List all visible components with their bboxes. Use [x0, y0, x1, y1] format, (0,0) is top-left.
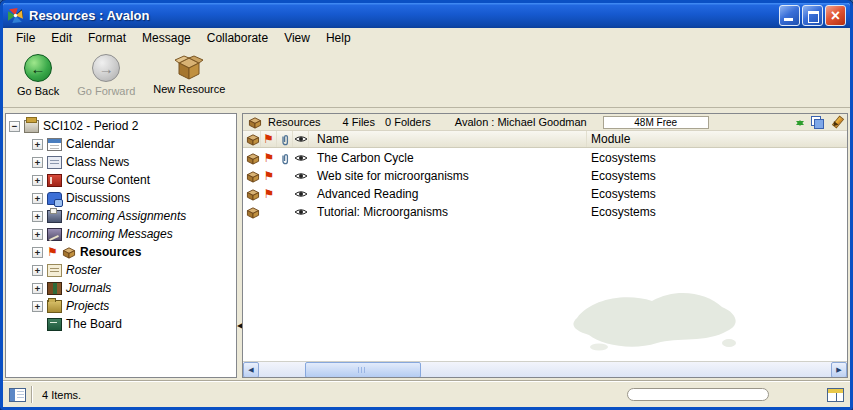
expand-icon[interactable] — [32, 247, 43, 258]
tree-item-label: Journals — [66, 281, 111, 295]
tree-root-course[interactable]: SCI102 - Period 2 — [6, 117, 236, 135]
resource-box-icon — [62, 246, 76, 259]
restore-button[interactable] — [802, 5, 823, 26]
resource-box-icon — [248, 116, 262, 129]
resource-module: Ecosystems — [587, 167, 847, 185]
resource-box-icon — [246, 152, 260, 165]
tree-item-projects[interactable]: Projects — [6, 297, 236, 315]
eye-icon — [294, 153, 308, 163]
expand-icon[interactable] — [32, 229, 43, 240]
tree-item-incoming-assignments[interactable]: Incoming Assignments — [6, 207, 236, 225]
calendar-icon — [47, 138, 62, 151]
edit-pencil-icon[interactable] — [830, 116, 842, 129]
expand-icon[interactable] — [32, 175, 43, 186]
resource-row[interactable]: The Carbon Cycle Ecosystems — [243, 149, 847, 167]
horizontal-scrollbar[interactable] — [243, 361, 847, 377]
eye-icon — [294, 189, 308, 199]
statusbar-divider — [31, 386, 33, 403]
expand-icon[interactable] — [32, 193, 43, 204]
resource-row[interactable]: Tutorial: Microorganisms Ecosystems — [243, 203, 847, 221]
menu-help[interactable]: Help — [318, 29, 359, 47]
go-back-button[interactable]: Go Back — [11, 52, 65, 99]
resource-row[interactable]: Web site for microorganisms Ecosystems — [243, 167, 847, 185]
tree-item-discussions[interactable]: Discussions — [6, 189, 236, 207]
column-module[interactable]: Module — [587, 131, 847, 147]
item-count: 4 Items. — [42, 389, 81, 401]
tree-item-calendar[interactable]: Calendar — [6, 135, 236, 153]
menu-message[interactable]: Message — [134, 29, 199, 47]
board-icon — [47, 318, 62, 331]
tree-item-label: Discussions — [66, 191, 130, 205]
scroll-right-button[interactable] — [831, 362, 847, 378]
tree-item-course-content[interactable]: Course Content — [6, 171, 236, 189]
expand-icon[interactable] — [32, 265, 43, 276]
tree-item-journals[interactable]: Journals — [6, 279, 236, 297]
books-icon — [47, 174, 62, 187]
tree-item-label: Incoming Assignments — [66, 209, 186, 223]
new-resource-button[interactable]: New Resource — [147, 52, 231, 97]
close-button[interactable] — [825, 5, 846, 26]
menu-collaborate[interactable]: Collaborate — [199, 29, 276, 47]
go-forward-label: Go Forward — [77, 85, 135, 97]
column-visibility[interactable] — [293, 131, 309, 147]
app-window: Resources : Avalon File Edit Format Mess… — [0, 0, 853, 410]
tree-item-label: Course Content — [66, 173, 150, 187]
folder-count: 0 Folders — [385, 116, 431, 128]
expand-icon[interactable] — [32, 157, 43, 168]
tree-item-roster[interactable]: Roster — [6, 261, 236, 279]
resource-box-icon — [246, 188, 260, 201]
menu-format[interactable]: Format — [80, 29, 134, 47]
copy-icon[interactable] — [811, 116, 824, 129]
resource-name: Tutorial: Microorganisms — [309, 203, 587, 221]
column-attachment[interactable] — [277, 131, 293, 147]
titlebar[interactable]: Resources : Avalon — [3, 3, 850, 28]
resource-list: The Carbon Cycle Ecosystems Web site for… — [243, 149, 847, 361]
new-resource-label: New Resource — [153, 83, 225, 95]
menu-edit[interactable]: Edit — [43, 29, 80, 47]
forward-arrow-icon — [92, 54, 120, 82]
inbox-tray-icon — [47, 210, 62, 223]
paperclip-icon — [280, 152, 290, 165]
eye-icon — [294, 134, 308, 144]
expand-icon[interactable] — [32, 139, 43, 150]
resource-module: Ecosystems — [587, 203, 847, 221]
column-name[interactable]: Name — [309, 131, 587, 147]
tree-item-label: Resources — [80, 245, 141, 259]
paperclip-icon — [280, 133, 290, 146]
resources-panel: Resources 4 Files 0 Folders Avalon : Mic… — [242, 113, 848, 378]
menu-file[interactable]: File — [8, 29, 43, 47]
panel-header: Resources 4 Files 0 Folders Avalon : Mic… — [243, 114, 847, 131]
status-progress-field — [627, 388, 769, 401]
expand-icon[interactable] — [32, 211, 43, 222]
menubar: File Edit Format Message Collaborate Vie… — [3, 28, 850, 48]
minimize-button[interactable] — [779, 5, 800, 26]
tree-item-the-board[interactable]: The Board — [6, 315, 236, 333]
view-grid-icon[interactable] — [9, 388, 26, 402]
chat-bubbles-icon — [47, 192, 62, 205]
new-resource-box-icon — [175, 54, 203, 80]
resource-row[interactable]: Advanced Reading Ecosystems — [243, 185, 847, 203]
tree-item-label: The Board — [66, 317, 122, 331]
column-flag[interactable] — [261, 131, 277, 147]
resource-box-icon — [246, 133, 260, 146]
tree-item-label: Projects — [66, 299, 109, 313]
menu-view[interactable]: View — [276, 29, 318, 47]
tree-item-class-news[interactable]: Class News — [6, 153, 236, 171]
expand-icon[interactable] — [32, 283, 43, 294]
layout-grid-icon[interactable] — [827, 388, 844, 402]
expand-icon[interactable] — [32, 301, 43, 312]
roster-list-icon — [47, 264, 62, 277]
projects-folder-icon — [47, 300, 62, 313]
tree-item-label: Calendar — [66, 137, 115, 151]
go-back-label: Go Back — [17, 85, 59, 97]
scrollbar-thumb[interactable] — [305, 362, 421, 378]
tree-item-resources[interactable]: Resources — [6, 243, 236, 261]
panel-title: Resources — [268, 116, 321, 128]
app-icon — [7, 7, 24, 24]
column-type[interactable] — [245, 131, 261, 147]
sync-icon[interactable] — [796, 116, 805, 128]
tree-item-incoming-messages[interactable]: Incoming Messages — [6, 225, 236, 243]
scroll-left-button[interactable] — [243, 362, 259, 378]
table-header: Name Module — [243, 131, 847, 148]
collapse-icon[interactable] — [9, 121, 20, 132]
